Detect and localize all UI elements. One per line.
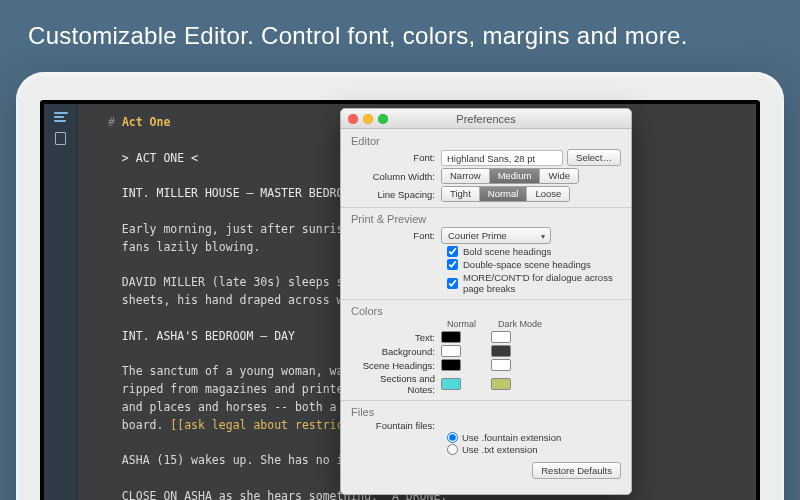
- color-swatch-normal[interactable]: [441, 378, 461, 390]
- headline-rest: Control font, colors, margins and more.: [254, 22, 688, 49]
- color-swatch-dark[interactable]: [491, 378, 511, 390]
- color-label: Sections and Notes:: [351, 373, 441, 395]
- linespacing-loose[interactable]: Loose: [527, 187, 569, 201]
- print-font-label: Font:: [351, 230, 441, 241]
- editor-font-readout: Highland Sans, 28 pt: [441, 150, 563, 166]
- font-label: Font:: [351, 152, 441, 163]
- section-editor-heading: Editor: [351, 135, 621, 147]
- preferences-title: Preferences: [456, 113, 515, 125]
- section-print-heading: Print & Preview: [351, 213, 621, 225]
- color-label: Text:: [351, 332, 441, 343]
- column-width-segmented[interactable]: Narrow Medium Wide: [441, 168, 579, 184]
- column-width-label: Column Width:: [351, 171, 441, 182]
- radio-txt-ext[interactable]: Use .txt extension: [447, 444, 621, 455]
- color-swatch-normal[interactable]: [441, 359, 461, 371]
- colwidth-medium[interactable]: Medium: [490, 169, 541, 183]
- print-font-select[interactable]: Courier Prime: [441, 227, 551, 244]
- line-spacing-label: Line Spacing:: [351, 189, 441, 200]
- line-spacing-segmented[interactable]: Tight Normal Loose: [441, 186, 570, 202]
- color-row: Sections and Notes:: [351, 373, 621, 395]
- color-label: Scene Headings:: [351, 360, 441, 371]
- marketing-headline: Customizable Editor. Control font, color…: [28, 22, 772, 50]
- editor-sidebar: [44, 104, 78, 500]
- minimize-icon[interactable]: [363, 114, 373, 124]
- select-font-button[interactable]: Select…: [567, 149, 621, 166]
- sidebar-page-icon[interactable]: [55, 132, 66, 145]
- sidebar-outline-icon[interactable]: [54, 112, 68, 122]
- colwidth-narrow[interactable]: Narrow: [442, 169, 490, 183]
- linespacing-normal[interactable]: Normal: [480, 187, 528, 201]
- colors-header-dark: Dark Mode: [498, 319, 542, 329]
- section-files-heading: Files: [351, 406, 621, 418]
- color-swatch-dark[interactable]: [491, 359, 511, 371]
- restore-defaults-button[interactable]: Restore Defaults: [532, 462, 621, 479]
- linespacing-tight[interactable]: Tight: [442, 187, 480, 201]
- color-label: Background:: [351, 346, 441, 357]
- color-swatch-dark[interactable]: [491, 331, 511, 343]
- close-icon[interactable]: [348, 114, 358, 124]
- fountain-files-label: Fountain files:: [351, 420, 441, 431]
- colors-header-normal: Normal: [447, 319, 476, 329]
- headline-bold: Customizable Editor.: [28, 22, 254, 49]
- color-swatch-normal[interactable]: [441, 345, 461, 357]
- color-row: Scene Headings:: [351, 359, 621, 371]
- zoom-icon[interactable]: [378, 114, 388, 124]
- section-colors-heading: Colors: [351, 305, 621, 317]
- color-row: Text:: [351, 331, 621, 343]
- chk-more-contd[interactable]: MORE/CONT'D for dialogue across page bre…: [447, 272, 621, 294]
- colwidth-wide[interactable]: Wide: [540, 169, 578, 183]
- color-swatch-normal[interactable]: [441, 331, 461, 343]
- color-row: Background:: [351, 345, 621, 357]
- chk-double-space[interactable]: Double-space scene headings: [447, 259, 621, 270]
- color-swatch-dark[interactable]: [491, 345, 511, 357]
- chk-bold-headings[interactable]: Bold scene headings: [447, 246, 621, 257]
- preferences-titlebar[interactable]: Preferences: [341, 109, 631, 129]
- preferences-window: Preferences Editor Font: Highland Sans, …: [340, 108, 632, 495]
- radio-fountain-ext[interactable]: Use .fountain extension: [447, 432, 621, 443]
